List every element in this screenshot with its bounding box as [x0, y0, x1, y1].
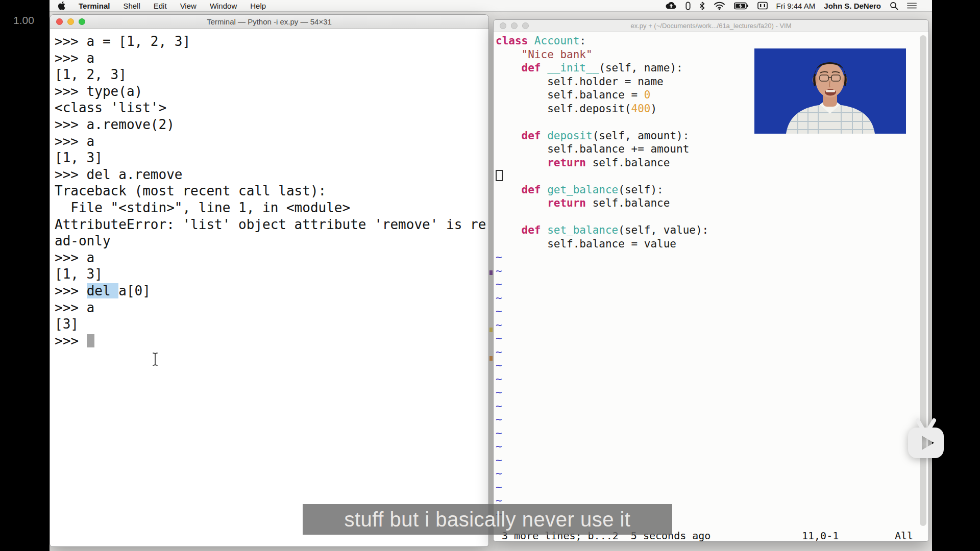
terminal-line: >>> a	[55, 133, 488, 150]
terminal-line: Traceback (most recent call last):	[55, 183, 488, 199]
terminal-window-title: Terminal — Python -i ex.py — 54×31	[207, 17, 332, 26]
terminal-line: [1, 3]	[55, 266, 488, 283]
close-button[interactable]	[56, 18, 63, 25]
terminal-titlebar[interactable]: Terminal — Python -i ex.py — 54×31	[50, 15, 488, 29]
vim-titlebar[interactable]: ex.py + (~/Documents/work.../61a_lecture…	[494, 20, 928, 32]
screen-capture: TerminalShellEditViewWindowHelp	[50, 0, 932, 551]
desktop-artifact	[489, 328, 493, 332]
terminal-window[interactable]: Terminal — Python -i ex.py — 54×31 >>> a…	[50, 14, 489, 547]
vim-cursor	[496, 170, 503, 181]
vim-tilde-line: ~	[496, 386, 928, 399]
vim-tilde-line: ~	[496, 440, 928, 454]
terminal-line: >>>	[55, 333, 488, 349]
menu-item-terminal[interactable]: Terminal	[79, 2, 110, 10]
wifi-icon[interactable]	[714, 2, 725, 10]
menu-items: TerminalShellEditViewWindowHelp	[79, 2, 266, 10]
subtitle-text: stuff but i basically never use it	[345, 508, 631, 531]
menu-item-edit[interactable]: Edit	[154, 2, 167, 10]
terminal-line: [1, 2, 3]	[55, 66, 488, 83]
menu-clock[interactable]: Fri 9:44 AM	[776, 2, 816, 10]
capsule-icon[interactable]	[685, 2, 691, 10]
vim-tilde-line: ~	[496, 264, 928, 278]
bluetooth-icon[interactable]	[699, 2, 705, 10]
menu-item-help[interactable]: Help	[250, 2, 266, 10]
tv-play-logo[interactable]	[902, 414, 949, 466]
vim-tilde-line: ~	[496, 345, 928, 359]
terminal-line: [1, 3]	[55, 149, 488, 166]
terminal-line: >>> a	[55, 299, 488, 316]
terminal-line: ad-only	[55, 233, 488, 249]
terminal-line: >>> del a[0]	[55, 283, 488, 299]
icloud-upload-icon[interactable]	[665, 2, 677, 10]
ibeam-mouse-cursor	[152, 352, 159, 368]
vim-code-line	[496, 210, 928, 224]
terminal-line: >>> a.remove(2)	[55, 116, 488, 133]
vim-tilde-line: ~	[496, 399, 928, 413]
terminal-line: File "<stdin>", line 1, in <module>	[55, 199, 488, 216]
menu-item-window[interactable]: Window	[210, 2, 237, 10]
menu-item-view[interactable]: View	[180, 2, 197, 10]
playback-speed-indicator: 1.00	[13, 14, 34, 27]
terminal-line: [3]	[55, 316, 488, 333]
terminal-block-cursor	[87, 334, 94, 347]
display-icon[interactable]	[757, 2, 768, 10]
terminal-output[interactable]: >>> a = [1, 2, 3]>>> a[1, 2, 3]>>> type(…	[50, 29, 488, 546]
vim-tilde-line: ~	[496, 332, 928, 345]
vim-tilde-line: ~	[496, 278, 928, 291]
terminal-line: >>> a	[55, 249, 488, 266]
battery-charging-icon[interactable]	[734, 2, 749, 10]
menu-bar: TerminalShellEditViewWindowHelp	[50, 0, 932, 12]
vim-code-line	[496, 169, 928, 183]
vim-window-title: ex.py + (~/Documents/work.../61a_lecture…	[630, 22, 791, 30]
terminal-line: >>> type(a)	[55, 83, 488, 100]
vim-code-line: self.balance += amount	[496, 142, 928, 156]
vim-code-line: return self.balance	[496, 156, 928, 170]
vim-tilde-line: ~	[496, 427, 928, 440]
zoom-button[interactable]	[79, 18, 85, 25]
zoom-button-inactive[interactable]	[522, 22, 529, 29]
vim-tilde-line: ~	[496, 454, 928, 467]
terminal-line: >>> a = [1, 2, 3]	[55, 33, 488, 50]
minimize-button[interactable]	[67, 18, 74, 25]
vim-tilde-line: ~	[496, 413, 928, 427]
desktop-artifact	[489, 270, 493, 275]
vim-cursor-position: 11,0-1	[802, 530, 839, 542]
terminal-line: <class 'list'>	[55, 99, 488, 116]
vim-scroll-indicator: All	[895, 530, 913, 542]
vim-tilde-line: ~	[496, 318, 928, 332]
vim-tilde-line: ~	[496, 467, 928, 481]
terminal-line: >>> a	[55, 50, 488, 67]
vim-tilde-line: ~	[496, 481, 928, 494]
terminal-selected-text: del	[87, 283, 119, 298]
close-button-inactive[interactable]	[500, 22, 506, 29]
notification-center-icon[interactable]	[907, 2, 917, 9]
spotlight-search-icon[interactable]	[890, 2, 898, 10]
subtitle-overlay: stuff but i basically never use it	[303, 504, 672, 535]
menu-user-name[interactable]: John S. DeNero	[824, 2, 881, 10]
vim-tilde-line: ~	[496, 305, 928, 318]
vim-tilde-line: ~	[496, 359, 928, 372]
vim-tilde-line: ~	[496, 251, 928, 264]
vim-code-line: return self.balance	[496, 196, 928, 210]
apple-menu-icon[interactable]	[58, 1, 65, 10]
vim-tilde-line: ~	[496, 291, 928, 305]
menu-item-shell[interactable]: Shell	[123, 2, 140, 10]
terminal-line: >>> del a.remove	[55, 166, 488, 183]
terminal-line: AttributeError: 'list' object attribute …	[55, 216, 488, 233]
vim-code-line: def set_balance(self, value):	[496, 223, 928, 237]
vim-code-line: def get_balance(self):	[496, 183, 928, 197]
desktop-artifact	[489, 356, 493, 361]
vim-code-line: class Account:	[496, 34, 928, 48]
vim-tilde-line: ~	[496, 372, 928, 386]
webcam-video	[754, 48, 906, 134]
vim-code-line: self.balance = value	[496, 237, 928, 251]
minimize-button-inactive[interactable]	[511, 22, 518, 29]
